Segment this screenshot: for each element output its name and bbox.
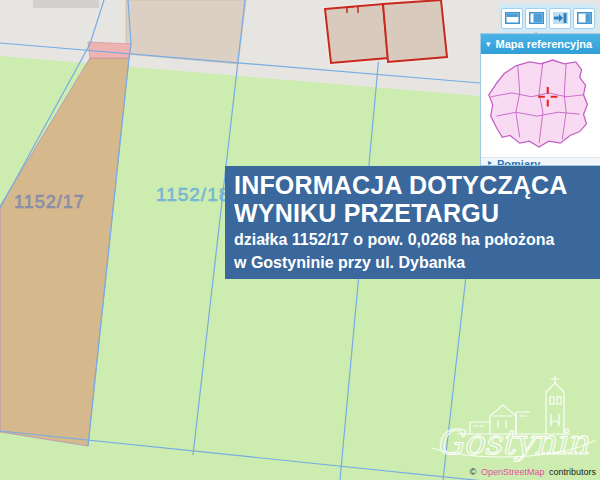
collapse-side-panel-icon bbox=[577, 12, 592, 24]
window-top-panel-icon bbox=[505, 12, 520, 24]
overlay-title-line2: WYNIKU PRZETARGU bbox=[234, 199, 592, 227]
road-patch bbox=[33, 0, 99, 8]
selection-strip bbox=[88, 42, 131, 58]
map-attribution: © OpenStreetMap contributors bbox=[470, 467, 596, 477]
reference-panel-title: Mapa referencyjna bbox=[496, 38, 593, 50]
parcel-label-1152-17: 1152/17 bbox=[14, 192, 85, 213]
map-viewport: 1152/17 1152/18 bbox=[0, 0, 600, 480]
auction-info-overlay: INFORMACJA DOTYCZĄCA WYNIKU PRZETARGU dz… bbox=[225, 166, 600, 279]
parcel-label-1152-18: 1152/18 bbox=[156, 184, 230, 206]
overlay-title-line1: INFORMACJA DOTYCZĄCA bbox=[234, 171, 592, 199]
collapse-side-panel-button[interactable] bbox=[573, 8, 595, 29]
arrow-into-panel-button[interactable] bbox=[549, 8, 571, 29]
window-top-panel-button[interactable] bbox=[501, 8, 523, 29]
gostynin-wordmark: Gostynin bbox=[436, 422, 589, 462]
chevron-right-icon: ▸ bbox=[488, 158, 492, 166]
building-footprints bbox=[325, 0, 447, 63]
section-title-pomiary: Pomiary bbox=[497, 158, 540, 166]
panel-fill-button[interactable] bbox=[525, 8, 547, 29]
map-toolbar bbox=[499, 4, 597, 32]
copyright-symbol: © bbox=[470, 467, 477, 477]
panel-fill-icon bbox=[529, 12, 544, 24]
chevron-down-icon: ▾ bbox=[486, 39, 491, 49]
reference-panel: ▾ Mapa referencyjna ▸ Pomiary bbox=[480, 33, 600, 166]
section-header-pomiary[interactable]: ▸ Pomiary bbox=[481, 157, 600, 166]
reference-map-body[interactable] bbox=[481, 54, 600, 157]
attribution-suffix: contributors bbox=[549, 467, 596, 477]
arrow-into-panel-icon bbox=[553, 12, 568, 24]
openstreetmap-link[interactable]: OpenStreetMap bbox=[481, 467, 545, 477]
gostynin-watermark: Gostynin bbox=[428, 370, 600, 470]
overlay-body-line1: działka 1152/17 o pow. 0,0268 ha położon… bbox=[234, 229, 592, 250]
poland-overview-map bbox=[483, 54, 599, 155]
gostynin-skyline-icon: Gostynin bbox=[428, 370, 600, 466]
reference-panel-header[interactable]: ▾ Mapa referencyjna bbox=[481, 34, 600, 54]
overlay-body-line2: w Gostyninie przy ul. Dybanka bbox=[234, 252, 592, 273]
